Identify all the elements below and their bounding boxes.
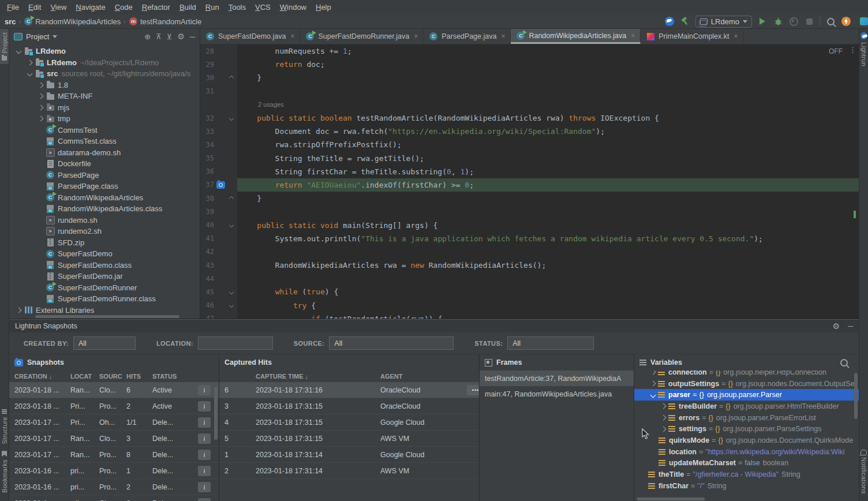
menu-run[interactable]: Run [201,1,224,13]
variables-hscrollbar[interactable] [637,498,705,500]
fold-marker-icon[interactable] [229,196,234,200]
variable-row[interactable]: quirksMode={}org.jsoup.nodes.Document.Qu… [634,435,859,446]
chevron-right-icon[interactable] [27,59,33,65]
variable-row[interactable]: treeBuilder={}org.jsoup.parser.HtmlTreeB… [634,401,859,412]
breadcrumb-item[interactable]: src [5,17,16,26]
variable-row[interactable]: errors={}org.jsoup.parser.ParseErrorList [634,412,859,424]
tab-randomwikipediaarticles-java[interactable]: CRandomWikipediaArticles.java× [511,29,641,44]
menu-edit[interactable]: Edit [24,1,46,13]
toolwindow-tab-notifications[interactable]: Notifications [860,445,867,498]
info-button[interactable]: i [198,482,211,492]
filter-input[interactable]: All [507,337,594,350]
info-button[interactable]: i [198,385,211,395]
variable-row[interactable]: updateMetaCharset=falseboolean [634,458,859,469]
tree-item[interactable]: CommsTest.class [9,136,200,147]
variable-row[interactable]: connection={}org.jsoup.helper.HttpConnec… [634,371,859,378]
info-button[interactable]: i [198,450,211,460]
tree-item[interactable]: 1.8 [9,80,200,91]
variable-row[interactable]: settings={}org.jsoup.parser.ParseSetting… [634,423,859,435]
minimize-panel-icon[interactable]: ─ [848,322,853,330]
variable-row[interactable]: theTitle="/gfierheller.ca - Wikipedia"St… [634,469,859,480]
tree-item[interactable]: tmp [9,113,200,125]
code-area[interactable]: 28 numRequests += 1;29 return doc;30 }31… [200,44,859,319]
close-icon[interactable]: × [501,32,505,40]
snapshot-row[interactable]: 2023-01-18 ...Pri...Pro...2Activei [9,398,219,414]
tree-item[interactable]: mjs [9,102,200,114]
menu-build[interactable]: Build [175,1,201,13]
chevron-down-icon[interactable] [53,35,57,38]
close-icon[interactable]: × [631,32,635,40]
frame-item[interactable]: testRandomArticle:37, RandomWikipediaA [480,371,634,386]
editor-scrollbar[interactable]: ⋮ [851,44,859,319]
run-button[interactable] [757,16,768,27]
frame-item[interactable]: main:47, RandomWikipediaArticles.java [480,386,634,402]
chevron-down-icon[interactable] [27,71,33,77]
tree-item[interactable]: >rundemo2.sh [9,226,200,237]
debug-button[interactable] [773,16,783,27]
chevron-down-icon[interactable] [650,392,656,398]
hit-row[interactable]: 32023-01-18 17:31:15OracleCloud [219,398,479,414]
menu-help[interactable]: Help [311,1,336,13]
tree-item[interactable]: CParsedPage [9,170,200,181]
variables-vscrollbar[interactable] [854,373,858,419]
tree-item[interactable]: LRdemo~/IdeaProjects/LRdemo [9,57,200,69]
column-header[interactable]: AGENT [380,373,467,380]
overflow-button[interactable]: ••• [467,385,480,395]
tree-item[interactable]: CCommsTest [9,125,200,136]
info-button[interactable]: i [198,466,211,476]
fold-marker-icon[interactable] [229,223,234,227]
editor-options-kebab-icon[interactable]: ⋮ [849,46,856,54]
tab-superfastdemo-java[interactable]: CSuperFastDemo.java× [200,29,300,44]
variable-row[interactable]: location="https://en.wikipedia.org/wiki/… [634,446,859,458]
gear-icon[interactable]: ⚙ [833,322,840,330]
variable-row[interactable]: firstChar="/"String [634,480,859,492]
tab-superfastdemorunner-java[interactable]: CSuperFastDemoRunner.java× [300,29,424,44]
hit-row[interactable]: 12023-01-18 17:31:14Google Cloud [219,447,479,463]
snapshot-row[interactable]: 2023-01-16 ...pri...Pro...2Dele...i [9,479,219,495]
menu-window[interactable]: Window [275,1,311,13]
usages-inlay-hint[interactable]: 2 usages [239,101,284,108]
tree-item[interactable]: CSuperFastDemoRunner [9,282,200,294]
menu-navigate[interactable]: Navigate [71,1,110,13]
toolwindow-tab-structure[interactable]: Structure [1,406,8,447]
close-icon[interactable]: × [414,32,418,40]
tree-item[interactable]: SuperFastDemo.class [9,260,200,271]
chevron-right-icon[interactable] [650,381,656,387]
tree-item[interactable]: srcsources root, ~/git/lightrun/demo/jav… [9,68,200,80]
tab-parsedpage-java[interactable]: CParsedPage.java× [424,29,511,44]
chevron-right-icon[interactable] [38,94,44,99]
hide-panel-icon[interactable]: ─ [190,32,195,41]
snapshots-vscrollbar[interactable] [214,387,218,440]
snapshot-row[interactable]: 2023-01-17 ...Pri...Oh...1/1Dele...i [9,414,219,431]
snapshot-row[interactable]: 2023-01-17 ...Ran...Pro...8Dele...i [9,447,219,463]
fold-marker-icon[interactable] [229,76,234,80]
hit-row[interactable]: 22023-01-18 17:31:14AWS VM [219,463,479,479]
snapshot-row[interactable]: 2023-01-17 ...Ran...Clo...3Dele...i [9,431,219,447]
info-button[interactable]: i [198,417,211,428]
tree-item[interactable]: External Libraries [9,305,200,315]
column-header[interactable]: HITS [126,373,152,380]
search-icon[interactable] [840,359,848,367]
run-with-coverage-icon[interactable] [788,16,799,27]
snapshot-row[interactable]: 2023-01-1...wik...Clo...6Dele...i [9,495,219,501]
toolwindow-tab-lightrun[interactable]: Lightrun [860,29,867,70]
chevron-right-icon[interactable] [38,104,44,110]
tree-item[interactable]: ParsedPage.class [9,181,200,192]
variable-row[interactable]: outputSettings={}org.jsoup.nodes.Documen… [634,378,859,390]
menu-view[interactable]: View [46,1,71,13]
tree-item[interactable]: META-INF [9,91,200,102]
menu-vcs[interactable]: VCS [250,1,275,13]
menu-tools[interactable]: Tools [224,1,250,13]
close-icon[interactable]: × [734,32,738,40]
toolwindow-tab-project[interactable]: Project [0,29,9,64]
breadcrumb-item[interactable]: mtestRandomArticle [129,17,201,26]
snapshot-camera-icon[interactable] [216,181,225,189]
tree-item[interactable]: SuperFastDemo.jar [9,271,200,282]
stop-button[interactable] [804,16,814,27]
tree-item[interactable]: Dockerfile [9,158,200,170]
update-available-icon[interactable] [841,16,851,27]
toolwindow-tab-bookmarks[interactable]: Bookmarks [1,447,8,496]
filter-input[interactable]: All [73,337,136,350]
column-header[interactable]: STATUS [152,373,189,380]
menu-refactor[interactable]: Refactor [137,1,175,13]
